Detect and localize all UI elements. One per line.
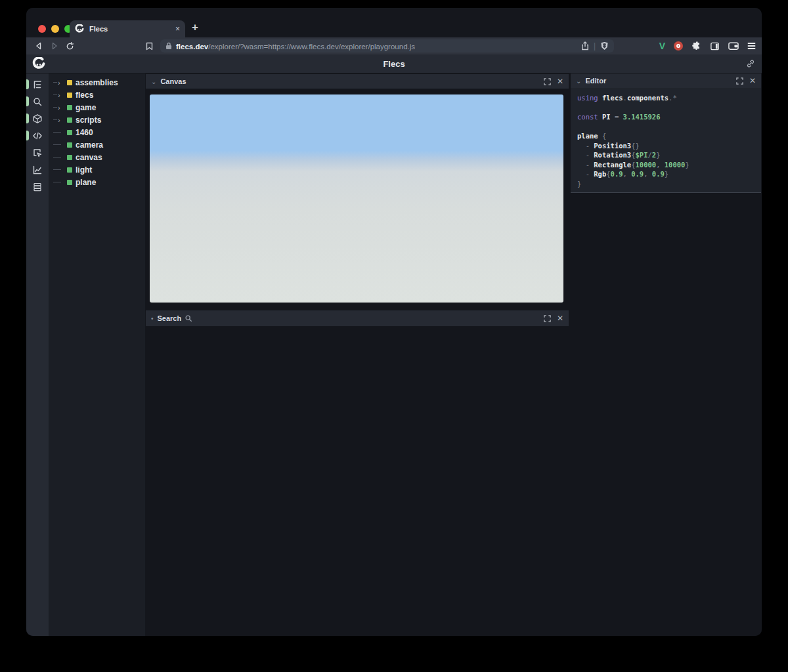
url-path: /explorer/?wasm=https://www.flecs.dev/ex… [208, 43, 415, 51]
cube-icon [32, 114, 43, 124]
canvas-content [146, 89, 569, 304]
reload-icon[interactable] [63, 39, 76, 52]
sidebar-item-data[interactable] [26, 178, 49, 196]
sidebar-item-stats[interactable] [26, 161, 49, 178]
tree-item-game[interactable]: ›game [49, 101, 145, 114]
leaf-dash-icon [53, 182, 64, 182]
leaf-dash-icon [53, 169, 64, 170]
entity-color-square [67, 93, 72, 98]
editor-panel: ⌄ Editor ✕ using flecs.components.*const… [571, 74, 761, 193]
3d-viewport[interactable] [150, 94, 563, 303]
url-domain: flecs.dev [176, 43, 208, 51]
code-line: using flecs.components.* [577, 93, 755, 103]
bookmark-icon[interactable] [142, 39, 156, 52]
search-panel-header[interactable]: • Search ✕ [146, 310, 569, 326]
fullscreen-icon[interactable] [544, 78, 551, 85]
active-indicator [26, 96, 29, 106]
sidebar-item-search[interactable] [26, 93, 49, 110]
fullscreen-icon[interactable] [544, 315, 551, 322]
tree-item-camera[interactable]: camera [49, 138, 145, 151]
red-extension-icon[interactable] [674, 41, 683, 51]
tree-item-scripts[interactable]: ›scripts [49, 114, 145, 126]
search-icon [32, 96, 43, 107]
canvas-panel-header[interactable]: ⌄ Canvas ✕ [146, 74, 569, 89]
url-bar[interactable]: flecs.dev/explorer/?wasm=https://www.fle… [160, 39, 614, 52]
sidebar-item-inspect[interactable] [26, 144, 49, 161]
chevron-down-icon[interactable]: ⌄ [576, 77, 581, 85]
tab-favicon-flecs-logo [75, 24, 84, 33]
tree-item-label: light [76, 165, 92, 175]
url-separator: | [594, 41, 596, 51]
close-icon[interactable]: ✕ [557, 77, 563, 85]
tree-item-label: canvas [76, 153, 102, 162]
fullscreen-icon[interactable] [736, 77, 743, 85]
chevron-down-icon[interactable]: ⌄ [151, 78, 156, 85]
code-line: - Position3{} [577, 141, 755, 151]
entity-color-square [67, 155, 72, 160]
tree-item-assemblies[interactable]: ›assemblies [49, 76, 145, 89]
close-icon[interactable]: ✕ [749, 77, 756, 85]
browser-window: Flecs × + flecs.dev/explorer/?wasm=https… [26, 8, 762, 636]
expand-arrow-icon[interactable]: › [53, 79, 64, 86]
entity-tree-panel: ›assemblies›flecs›game›scripts1460camera… [49, 74, 145, 636]
entity-color-square [67, 142, 72, 148]
share-icon[interactable] [581, 41, 589, 51]
entity-tree-icon [32, 79, 43, 90]
leaf-dash-icon [53, 132, 64, 133]
sidebar-item-code[interactable] [26, 127, 49, 144]
search-panel: • Search ✕ [146, 310, 569, 326]
code-icon [32, 131, 43, 141]
browser-toolbar: flecs.dev/explorer/?wasm=https://www.fle… [26, 37, 762, 54]
code-line: - Rectangle{10000, 10000} [577, 160, 755, 170]
minimize-window-button[interactable] [51, 25, 59, 33]
close-window-button[interactable] [38, 25, 46, 33]
main-area: ⌄ Canvas ✕ • [145, 74, 762, 636]
tree-item-label: game [76, 103, 96, 112]
expand-arrow-icon[interactable]: › [53, 117, 64, 123]
vue-extension-icon[interactable]: V [659, 41, 665, 51]
sidebar-toggle-icon[interactable] [710, 41, 720, 51]
collapsed-dot-icon[interactable]: • [151, 315, 154, 322]
back-icon[interactable] [32, 39, 45, 52]
code-line: - Rotation3{$PI/2} [577, 150, 755, 160]
new-tab-button[interactable]: + [192, 21, 198, 34]
menu-icon[interactable] [747, 42, 756, 50]
close-icon[interactable]: ✕ [557, 314, 563, 322]
forward-icon[interactable] [48, 39, 61, 52]
inspect-icon [32, 148, 43, 158]
tree-item-label: camera [76, 140, 103, 150]
leaf-dash-icon [53, 144, 64, 145]
expand-arrow-icon[interactable]: › [53, 92, 64, 98]
brave-shield-icon[interactable] [600, 41, 609, 51]
tree-item-flecs[interactable]: ›flecs [49, 89, 145, 101]
leaf-dash-icon [53, 157, 64, 158]
sidebar-item-entity-tree[interactable] [26, 76, 49, 93]
tab-close-icon[interactable]: × [175, 24, 180, 33]
code-line: - Rgb{0.9, 0.9, 0.9} [577, 169, 755, 179]
link-icon[interactable] [746, 59, 755, 68]
tree-item-light[interactable]: light [49, 163, 145, 176]
code-line [577, 103, 755, 113]
lock-icon [165, 42, 172, 50]
traffic-lights [38, 25, 72, 33]
code-line: } [577, 179, 755, 189]
expand-arrow-icon[interactable]: › [53, 104, 64, 111]
stack-icon [32, 182, 43, 192]
wallet-icon[interactable] [728, 41, 739, 51]
tree-item-canvas[interactable]: canvas [49, 151, 145, 163]
code-editor[interactable]: using flecs.components.*const PI = 3.141… [571, 88, 761, 192]
puzzle-extension-icon[interactable] [691, 41, 701, 51]
tree-item-1460[interactable]: 1460 [49, 126, 145, 138]
tree-item-label: flecs [76, 91, 93, 100]
page-title: Flecs [26, 59, 762, 69]
app-header: Flecs [26, 54, 762, 74]
editor-panel-header[interactable]: ⌄ Editor ✕ [571, 74, 761, 88]
chart-icon [32, 165, 43, 175]
tree-item-plane[interactable]: plane [49, 176, 145, 188]
browser-tab[interactable]: Flecs × [70, 20, 185, 37]
app-body: ›assemblies›flecs›game›scripts1460camera… [26, 74, 762, 636]
canvas-panel-title: Canvas [160, 77, 186, 85]
sidebar-item-queries[interactable] [26, 110, 49, 127]
active-indicator [26, 79, 29, 89]
active-indicator [26, 114, 29, 123]
